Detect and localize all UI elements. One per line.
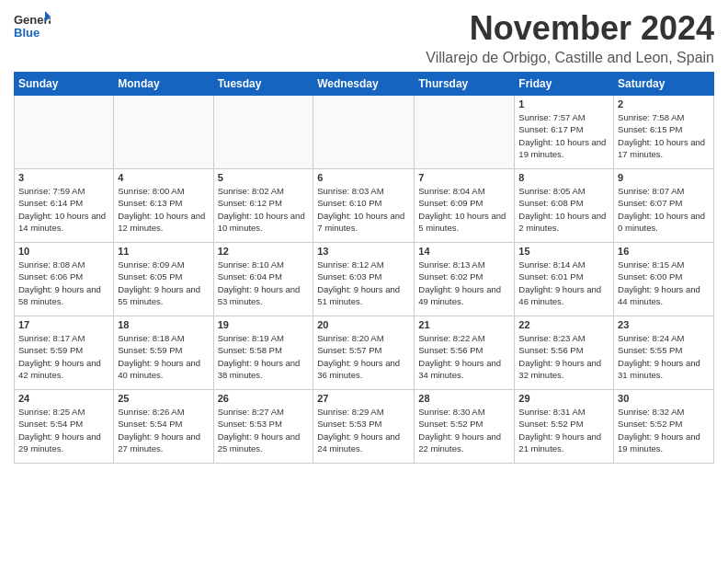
calendar-cell: 13Sunrise: 8:12 AMSunset: 6:03 PMDayligh… <box>313 243 415 316</box>
day-info: Sunrise: 8:12 AMSunset: 6:03 PMDaylight:… <box>317 259 410 307</box>
week-row-0: 1Sunrise: 7:57 AMSunset: 6:17 PMDaylight… <box>15 96 714 169</box>
day-number: 10 <box>18 246 109 257</box>
day-info: Sunrise: 8:04 AMSunset: 6:09 PMDaylight:… <box>418 185 510 234</box>
calendar-cell: 16Sunrise: 8:15 AMSunset: 6:00 PMDayligh… <box>614 243 714 316</box>
day-info: Sunrise: 8:25 AMSunset: 5:54 PMDaylight:… <box>18 406 109 454</box>
day-info: Sunrise: 8:30 AMSunset: 5:52 PMDaylight:… <box>418 406 510 454</box>
week-row-1: 3Sunrise: 7:59 AMSunset: 6:14 PMDaylight… <box>15 169 714 243</box>
calendar-cell: 1Sunrise: 7:57 AMSunset: 6:17 PMDaylight… <box>515 96 614 169</box>
day-info: Sunrise: 8:09 AMSunset: 6:05 PMDaylight:… <box>118 259 209 307</box>
day-number: 3 <box>18 172 109 183</box>
calendar-cell: 21Sunrise: 8:22 AMSunset: 5:56 PMDayligh… <box>415 316 515 390</box>
page-header: General Blue November 2024 Villarejo de … <box>14 9 714 66</box>
logo-icon: General Blue <box>14 9 51 42</box>
weekday-header-row: SundayMondayTuesdayWednesdayThursdayFrid… <box>15 73 714 96</box>
weekday-header-wednesday: Wednesday <box>313 73 415 96</box>
day-number: 15 <box>518 246 609 257</box>
calendar-cell: 29Sunrise: 8:31 AMSunset: 5:52 PMDayligh… <box>515 390 614 464</box>
calendar-cell: 12Sunrise: 8:10 AMSunset: 6:04 PMDayligh… <box>213 243 313 316</box>
calendar-cell: 17Sunrise: 8:17 AMSunset: 5:59 PMDayligh… <box>15 316 114 390</box>
calendar-cell <box>213 96 313 169</box>
day-info: Sunrise: 7:58 AMSunset: 6:15 PMDaylight:… <box>618 111 710 160</box>
calendar-cell <box>415 96 515 169</box>
day-number: 23 <box>618 319 710 330</box>
day-number: 22 <box>518 319 609 330</box>
calendar-cell: 19Sunrise: 8:19 AMSunset: 5:58 PMDayligh… <box>213 316 313 390</box>
calendar-cell: 28Sunrise: 8:30 AMSunset: 5:52 PMDayligh… <box>415 390 515 464</box>
calendar-cell: 22Sunrise: 8:23 AMSunset: 5:56 PMDayligh… <box>515 316 614 390</box>
day-info: Sunrise: 7:57 AMSunset: 6:17 PMDaylight:… <box>518 111 609 160</box>
day-number: 18 <box>118 319 209 330</box>
day-number: 19 <box>218 319 310 330</box>
day-info: Sunrise: 8:19 AMSunset: 5:58 PMDaylight:… <box>218 332 310 381</box>
day-number: 29 <box>518 393 609 404</box>
month-title: November 2024 <box>426 9 714 48</box>
day-info: Sunrise: 8:03 AMSunset: 6:10 PMDaylight:… <box>317 185 410 234</box>
day-number: 7 <box>418 172 510 183</box>
day-number: 24 <box>18 393 109 404</box>
calendar-cell: 8Sunrise: 8:05 AMSunset: 6:08 PMDaylight… <box>515 169 614 243</box>
day-info: Sunrise: 8:32 AMSunset: 5:52 PMDaylight:… <box>618 406 710 454</box>
day-number: 30 <box>618 393 710 404</box>
calendar-cell: 9Sunrise: 8:07 AMSunset: 6:07 PMDaylight… <box>614 169 714 243</box>
day-info: Sunrise: 8:29 AMSunset: 5:53 PMDaylight:… <box>317 406 410 454</box>
calendar-cell: 20Sunrise: 8:20 AMSunset: 5:57 PMDayligh… <box>313 316 415 390</box>
logo: General Blue <box>14 9 51 42</box>
day-info: Sunrise: 8:14 AMSunset: 6:01 PMDaylight:… <box>518 259 609 307</box>
calendar-cell: 2Sunrise: 7:58 AMSunset: 6:15 PMDaylight… <box>614 96 714 169</box>
svg-text:Blue: Blue <box>14 26 40 40</box>
calendar-cell: 3Sunrise: 7:59 AMSunset: 6:14 PMDaylight… <box>15 169 114 243</box>
day-info: Sunrise: 8:05 AMSunset: 6:08 PMDaylight:… <box>518 185 609 234</box>
day-number: 21 <box>418 319 510 330</box>
calendar-cell: 15Sunrise: 8:14 AMSunset: 6:01 PMDayligh… <box>515 243 614 316</box>
day-info: Sunrise: 8:18 AMSunset: 5:59 PMDaylight:… <box>118 332 209 381</box>
calendar-header: SundayMondayTuesdayWednesdayThursdayFrid… <box>15 73 714 96</box>
day-info: Sunrise: 8:31 AMSunset: 5:52 PMDaylight:… <box>518 406 609 454</box>
day-number: 6 <box>317 172 410 183</box>
day-number: 26 <box>218 393 310 404</box>
day-number: 8 <box>518 172 609 183</box>
day-number: 9 <box>618 172 710 183</box>
day-info: Sunrise: 7:59 AMSunset: 6:14 PMDaylight:… <box>18 185 109 234</box>
calendar-cell: 11Sunrise: 8:09 AMSunset: 6:05 PMDayligh… <box>114 243 213 316</box>
calendar-body: 1Sunrise: 7:57 AMSunset: 6:17 PMDaylight… <box>15 96 714 464</box>
day-number: 1 <box>518 98 609 109</box>
calendar-cell: 14Sunrise: 8:13 AMSunset: 6:02 PMDayligh… <box>415 243 515 316</box>
calendar-cell: 7Sunrise: 8:04 AMSunset: 6:09 PMDaylight… <box>415 169 515 243</box>
day-info: Sunrise: 8:22 AMSunset: 5:56 PMDaylight:… <box>418 332 510 381</box>
weekday-header-tuesday: Tuesday <box>213 73 313 96</box>
day-info: Sunrise: 8:07 AMSunset: 6:07 PMDaylight:… <box>618 185 710 234</box>
week-row-4: 24Sunrise: 8:25 AMSunset: 5:54 PMDayligh… <box>15 390 714 464</box>
day-info: Sunrise: 8:13 AMSunset: 6:02 PMDaylight:… <box>418 259 510 307</box>
week-row-3: 17Sunrise: 8:17 AMSunset: 5:59 PMDayligh… <box>15 316 714 390</box>
calendar-cell: 5Sunrise: 8:02 AMSunset: 6:12 PMDaylight… <box>213 169 313 243</box>
day-info: Sunrise: 8:20 AMSunset: 5:57 PMDaylight:… <box>317 332 410 381</box>
day-number: 2 <box>618 98 710 109</box>
weekday-header-monday: Monday <box>114 73 213 96</box>
weekday-header-saturday: Saturday <box>614 73 714 96</box>
day-number: 5 <box>218 172 310 183</box>
calendar-cell: 25Sunrise: 8:26 AMSunset: 5:54 PMDayligh… <box>114 390 213 464</box>
day-number: 25 <box>118 393 209 404</box>
day-info: Sunrise: 8:02 AMSunset: 6:12 PMDaylight:… <box>218 185 310 234</box>
calendar-cell: 26Sunrise: 8:27 AMSunset: 5:53 PMDayligh… <box>213 390 313 464</box>
day-number: 17 <box>18 319 109 330</box>
day-info: Sunrise: 8:26 AMSunset: 5:54 PMDaylight:… <box>118 406 209 454</box>
weekday-header-thursday: Thursday <box>415 73 515 96</box>
calendar-cell: 18Sunrise: 8:18 AMSunset: 5:59 PMDayligh… <box>114 316 213 390</box>
day-number: 27 <box>317 393 410 404</box>
weekday-header-friday: Friday <box>515 73 614 96</box>
day-info: Sunrise: 8:08 AMSunset: 6:06 PMDaylight:… <box>18 259 109 307</box>
calendar-table: SundayMondayTuesdayWednesdayThursdayFrid… <box>14 72 714 464</box>
title-section: November 2024 Villarejo de Orbigo, Casti… <box>426 9 714 66</box>
day-number: 12 <box>218 246 310 257</box>
day-number: 11 <box>118 246 209 257</box>
day-number: 4 <box>118 172 209 183</box>
day-number: 14 <box>418 246 510 257</box>
location-title: Villarejo de Orbigo, Castille and Leon, … <box>426 50 714 66</box>
day-info: Sunrise: 8:15 AMSunset: 6:00 PMDaylight:… <box>618 259 710 307</box>
day-number: 28 <box>418 393 510 404</box>
day-info: Sunrise: 8:00 AMSunset: 6:13 PMDaylight:… <box>118 185 209 234</box>
calendar-cell <box>313 96 415 169</box>
day-info: Sunrise: 8:23 AMSunset: 5:56 PMDaylight:… <box>518 332 609 381</box>
